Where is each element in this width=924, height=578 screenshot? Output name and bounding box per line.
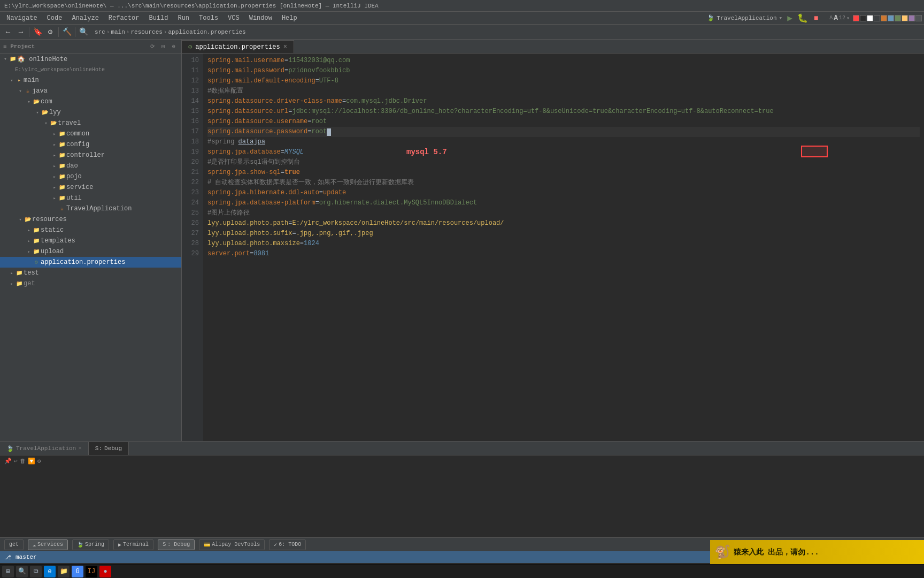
- menu-code[interactable]: Code: [43, 13, 67, 23]
- tree-pojo[interactable]: ▸ 📁 pojo: [0, 171, 181, 182]
- color-blue[interactable]: [888, 15, 894, 21]
- font-size-dropdown[interactable]: ▾: [846, 15, 850, 21]
- color-red[interactable]: [853, 15, 859, 21]
- bookmark-button[interactable]: 🔖: [32, 26, 43, 38]
- nav-resources[interactable]: resources: [130, 29, 162, 35]
- console-settings-icon[interactable]: ⚙: [37, 458, 41, 465]
- sys-files-icon[interactable]: 📁: [58, 566, 70, 577]
- sys-edge-icon[interactable]: e: [44, 566, 56, 577]
- tab-label: application.properties: [195, 43, 280, 51]
- sidebar-sync-icon[interactable]: ⟳: [148, 42, 157, 51]
- tree-static[interactable]: ▸ 📁 static: [0, 225, 181, 235]
- menu-refactor[interactable]: Refactor: [104, 13, 144, 23]
- spring-label: Spring: [85, 542, 104, 547]
- run-button[interactable]: ▶: [784, 13, 795, 24]
- tree-util[interactable]: ▸ 📁 util: [0, 193, 181, 203]
- back-button[interactable]: ←: [2, 26, 14, 38]
- editor-tab-active[interactable]: ⚙ application.properties ×: [182, 40, 294, 53]
- taskbar-spring[interactable]: 🍃 Spring: [72, 539, 109, 550]
- console-pin-icon[interactable]: 📌: [4, 458, 12, 465]
- tree-com[interactable]: ▾ 📂 com: [0, 96, 181, 107]
- menu-vcs[interactable]: VCS: [224, 13, 244, 23]
- debug-button[interactable]: 🐛: [797, 13, 808, 24]
- tab-close-button[interactable]: ×: [283, 43, 287, 51]
- menu-navigate[interactable]: Navigate: [2, 13, 42, 23]
- taskbar-debug[interactable]: S : Debug: [158, 539, 195, 550]
- sidebar-icons: ⟳ ⊟ ⚙: [148, 42, 178, 51]
- search-button[interactable]: 🔍: [78, 26, 89, 38]
- folder-icon-dao: 📁: [58, 162, 66, 170]
- tree-travel-app[interactable]: ☕ TravelApplication: [0, 203, 181, 214]
- menu-analyze[interactable]: Analyze: [67, 13, 103, 23]
- sys-debug-icon[interactable]: ●: [99, 566, 111, 577]
- tree-external[interactable]: ▸ 📁 get: [0, 278, 181, 289]
- color-gray[interactable]: [874, 15, 880, 21]
- color-mid[interactable]: [915, 15, 922, 21]
- tree-dao[interactable]: ▸ 📁 dao: [0, 161, 181, 171]
- menu-run[interactable]: Run: [173, 13, 194, 23]
- bottom-tab-travelapp[interactable]: 🍃 TravelApplication ×: [0, 442, 89, 455]
- tree-templates[interactable]: ▸ 📁 templates: [0, 235, 181, 246]
- tree-service[interactable]: ▸ 📁 service: [0, 182, 181, 193]
- sys-search-icon[interactable]: 🔍: [16, 566, 28, 577]
- taskbar-terminal[interactable]: ▶ Terminal: [113, 539, 153, 550]
- pojo-label: pojo: [66, 173, 82, 180]
- sidebar-collapse-icon[interactable]: ⊟: [159, 42, 167, 51]
- tree-config[interactable]: ▸ 📁 config: [0, 139, 181, 150]
- sys-intellij-icon[interactable]: IJ: [86, 566, 97, 577]
- taskbar-get[interactable]: get: [4, 539, 24, 550]
- taskbar-alipay[interactable]: 💳 Alipay DevTools: [199, 539, 265, 550]
- bottom-tab-debug[interactable]: S: Debug: [89, 442, 129, 455]
- color-dark[interactable]: [860, 15, 866, 21]
- color-yellow[interactable]: [902, 15, 908, 21]
- taskbar-todo[interactable]: ✓ 6: TODO: [269, 539, 306, 550]
- code-line-20: #是否打印显示sql语句到控制台: [207, 157, 920, 168]
- run-config-arrow[interactable]: ▾: [779, 14, 783, 21]
- tree-upload[interactable]: ▸ 📁 upload: [0, 246, 181, 257]
- color-purple[interactable]: [908, 15, 915, 21]
- folder-icon-travel: 📂: [49, 119, 58, 127]
- sys-windows-icon[interactable]: ⊞: [2, 566, 14, 577]
- stop-button[interactable]: ■: [810, 12, 822, 24]
- arrow-project: ▾: [2, 56, 9, 62]
- spring-icon: 🍃: [707, 14, 714, 21]
- code-line-23: spring.jpa.hibernate.ddl-auto=update: [207, 188, 920, 198]
- nav-file[interactable]: application.properties: [168, 29, 245, 35]
- build-button[interactable]: 🔨: [61, 26, 73, 38]
- sys-chrome-icon[interactable]: G: [72, 566, 83, 577]
- nav-main[interactable]: main: [111, 29, 125, 35]
- menu-tools[interactable]: Tools: [195, 13, 222, 23]
- settings-button[interactable]: ⚙: [44, 26, 56, 38]
- tree-common[interactable]: ▸ 📁 common: [0, 128, 181, 139]
- code-editor[interactable]: spring.mail.username=115432031@qq.com sp…: [203, 54, 924, 441]
- tree-resources[interactable]: ▾ 📂 resources: [0, 214, 181, 225]
- color-white[interactable]: [867, 15, 873, 21]
- tree-test[interactable]: ▸ 📁 test: [0, 268, 181, 278]
- color-orange[interactable]: [881, 15, 887, 21]
- tree-controller[interactable]: ▸ 📁 controller: [0, 150, 181, 161]
- nav-src[interactable]: src: [95, 29, 105, 35]
- sidebar-gear-icon[interactable]: ⚙: [170, 42, 178, 51]
- tree-lyy[interactable]: ▾ 📂 lyy: [0, 107, 181, 118]
- tree-hote[interactable]: E:\ylrc_workspace\onlineHote: [0, 64, 181, 75]
- taskbar-services[interactable]: ☁ Services: [28, 539, 68, 550]
- console-filter-icon[interactable]: 🔽: [28, 458, 35, 465]
- console-clear-icon[interactable]: 🗑: [20, 458, 26, 465]
- tree-travel[interactable]: ▾ 📂 travel: [0, 118, 181, 128]
- folder-icon-static: 📁: [32, 226, 41, 234]
- color-green[interactable]: [895, 15, 901, 21]
- forward-button[interactable]: →: [15, 26, 27, 38]
- folder-icon-pojo: 📁: [58, 172, 66, 181]
- debug-tab-label: Debug: [104, 445, 122, 452]
- sys-taskview-icon[interactable]: ⧉: [30, 566, 42, 577]
- tree-java[interactable]: ▾ ☕ java: [0, 86, 181, 96]
- console-wrap-icon[interactable]: ↩: [14, 458, 18, 465]
- tree-project[interactable]: ▾ 📁 🏠 onlineHote: [0, 54, 181, 64]
- menu-help[interactable]: Help: [278, 13, 302, 23]
- menu-build[interactable]: Build: [144, 13, 172, 23]
- code-line-13: #数据库配置: [207, 86, 920, 96]
- tree-main[interactable]: ▾ ▸ main: [0, 75, 181, 86]
- bottom-travelapp-close[interactable]: ×: [78, 445, 82, 452]
- menu-window[interactable]: Window: [245, 13, 276, 23]
- tree-app-properties[interactable]: ⚙ application.properties: [0, 257, 181, 268]
